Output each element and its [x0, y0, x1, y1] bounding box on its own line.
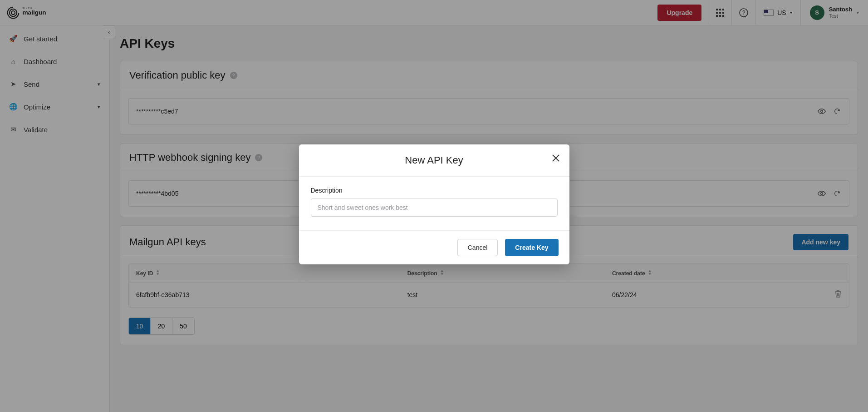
modal-title: New API Key — [405, 154, 463, 166]
modal-footer: Cancel Create Key — [299, 230, 569, 264]
new-api-key-modal: New API Key Description Cancel Create Ke… — [299, 144, 569, 264]
modal-close-button[interactable] — [550, 153, 561, 164]
modal-header: New API Key — [299, 144, 569, 177]
cancel-button[interactable]: Cancel — [457, 239, 498, 256]
close-icon — [552, 154, 560, 162]
create-key-button[interactable]: Create Key — [505, 239, 558, 256]
modal-body: Description — [299, 177, 569, 230]
description-input[interactable] — [311, 199, 558, 217]
description-label: Description — [311, 187, 558, 194]
